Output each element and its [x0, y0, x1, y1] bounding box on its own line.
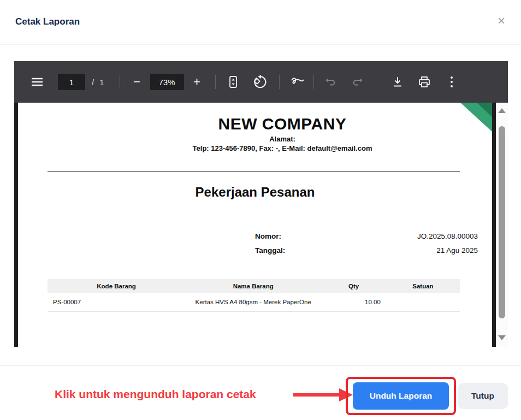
col-satuan: Satuan [386, 279, 460, 293]
cell-kode: PS-00007 [48, 293, 185, 311]
scrollbar-thumb[interactable] [499, 126, 505, 318]
page-divider: / [92, 78, 94, 87]
tutup-button[interactable]: Tutup [458, 383, 508, 409]
close-icon[interactable]: × [494, 13, 509, 28]
hamburger-menu-icon[interactable] [31, 75, 44, 88]
undo-icon[interactable] [325, 78, 337, 86]
nomor-value: JO.2025.08.00003 [417, 232, 478, 240]
pdf-page: NEW COMPANY Alamat: Telp: 123-456-7890, … [18, 103, 492, 347]
scrollbar[interactable] [496, 103, 508, 347]
table-header-row: Kode Barang Nama Barang Qty Satuan [48, 279, 460, 293]
zoom-out-icon[interactable]: − [131, 75, 143, 88]
tanggal-value: 21 Agu 2025 [436, 246, 478, 255]
modal-title: Cetak Laporan [15, 16, 80, 27]
tanggal-label: Tanggal: [255, 246, 285, 255]
rotate-icon[interactable] [253, 75, 267, 89]
cell-nama: Kertas HVS A4 80gsm - Merek PaperOne [185, 293, 321, 311]
document-letterhead: NEW COMPANY Alamat: Telp: 123-456-7890, … [73, 115, 492, 152]
tanggal-row: Tanggal: 21 Agu 2025 [255, 243, 478, 257]
redo-icon[interactable] [351, 78, 363, 86]
modal-footer: Klik untuk mengunduh laporan cetak Unduh… [0, 365, 521, 420]
contact-line: Telp: 123-456-7890, Fax: -, E-Mail: defa… [73, 144, 492, 152]
print-icon[interactable] [418, 76, 431, 88]
unduh-laporan-button[interactable]: Unduh Laporan [353, 382, 449, 410]
toolbar-divider [120, 75, 120, 89]
nomor-row: Nomor: JO.2025.08.00003 [255, 229, 478, 243]
col-nama-barang: Nama Barang [185, 279, 321, 293]
fit-page-icon[interactable] [227, 75, 240, 88]
annotation-text: Klik untuk mengunduh laporan cetak [55, 388, 256, 401]
nomor-label: Nomor: [255, 232, 281, 240]
toolbar-divider [313, 75, 314, 89]
kebab-menu-icon[interactable] [449, 76, 454, 88]
modal-header: Cetak Laporan × [0, 0, 521, 45]
table-row: PS-00007 Kertas HVS A4 80gsm - Merek Pap… [48, 293, 460, 311]
toolbar-divider [215, 75, 216, 89]
letterhead-divider [48, 171, 460, 171]
cell-qty: 10.00 [321, 293, 386, 311]
pdf-viewer: / 1 − 73% + [14, 61, 508, 347]
page-total: 1 [99, 78, 104, 87]
pdf-stage: NEW COMPANY Alamat: Telp: 123-456-7890, … [14, 103, 496, 347]
items-table: Kode Barang Nama Barang Qty Satuan PS-00… [48, 279, 460, 312]
toolbar-divider [279, 75, 280, 89]
pdf-toolbar: / 1 − 73% + [14, 61, 508, 103]
cetak-laporan-modal: Cetak Laporan × / 1 − 73% + [0, 0, 521, 420]
col-qty: Qty [321, 279, 386, 293]
scrollbar-up-arrow[interactable] [498, 108, 506, 114]
report-meta: Nomor: JO.2025.08.00003 Tanggal: 21 Agu … [255, 229, 478, 257]
company-name: NEW COMPANY [73, 115, 492, 133]
annotation-arrow [293, 393, 340, 397]
address-label: Alamat: [73, 135, 492, 143]
report-title: Pekerjaan Pesanan [18, 185, 492, 200]
zoom-level: 73% [150, 74, 184, 90]
pdf-body: NEW COMPANY Alamat: Telp: 123-456-7890, … [14, 103, 508, 347]
col-kode-barang: Kode Barang [48, 279, 185, 293]
cell-satuan [386, 293, 460, 311]
page-number-input[interactable] [58, 74, 85, 90]
red-highlight-outline: Unduh Laporan [346, 377, 456, 415]
download-icon[interactable] [392, 76, 404, 87]
scrollbar-down-arrow[interactable] [498, 335, 506, 341]
zoom-in-icon[interactable]: + [191, 75, 203, 88]
draw-annotate-icon[interactable] [291, 76, 305, 87]
